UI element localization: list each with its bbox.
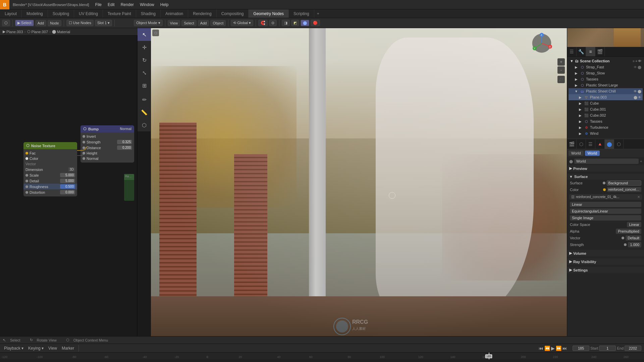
tab-scripting[interactable]: Scripting (289, 9, 314, 18)
tab-sculpting[interactable]: Sculpting (48, 9, 74, 18)
vector-value[interactable]: Default (626, 235, 641, 241)
sc-action-add[interactable]: + (635, 59, 637, 63)
tab-shading[interactable]: Shading (136, 9, 161, 18)
tab-texture-paint[interactable]: Texture Paint (103, 9, 136, 18)
menu-help[interactable]: Help (158, 1, 171, 8)
tool-scale[interactable]: ⤡ (138, 66, 151, 79)
tool-node-type[interactable]: ⬡ (2, 20, 10, 26)
sc-item-tassies[interactable]: ▶ ⬡ Tassies (569, 76, 643, 82)
single-image-dropdown[interactable]: Single Image (570, 215, 641, 221)
menu-render[interactable]: Render (118, 1, 137, 8)
sc-item-strap-fast[interactable]: ▶ ⬡ Strap_Fast 👁 ⬤ (569, 64, 643, 70)
volume-header[interactable]: ▶ Volume (567, 250, 644, 256)
noise-texture-node[interactable]: ⬡ Noise Texture Fac Color Vector Dimensi… (23, 142, 77, 196)
tool-cursor[interactable]: ↖ (138, 28, 151, 41)
breadcrumb-plane007[interactable]: ⬡ Plane.007 (27, 29, 48, 34)
tool-rendered-mode[interactable]: ⬤ (301, 20, 309, 26)
breadcrumb-plane003[interactable]: ▶ Plane.003 (3, 29, 23, 34)
tab-rendering[interactable]: Rendering (188, 9, 216, 18)
tool-measure[interactable]: 📏 (138, 106, 151, 119)
tool-eevee-mode[interactable]: 🔴 (311, 20, 320, 26)
noise-scale-value[interactable]: 5.000 (60, 173, 75, 177)
noise-roughness-value[interactable]: 0.500 (60, 184, 75, 189)
settings-header[interactable]: ▶ Settings (567, 267, 644, 273)
plane003-restrict1[interactable]: ⬤ (634, 96, 637, 99)
prop-view-layer-icon[interactable]: ☰ (586, 139, 595, 149)
surface-header[interactable]: ▼ Surface (567, 174, 644, 180)
sc-item-strap-slow[interactable]: ▶ ⬡ Strap_Slow (569, 70, 643, 76)
color-value[interactable]: reinforced_concrete_0... (607, 187, 642, 192)
sc-item-cube001[interactable]: ▶ ⬛ Cube.001 (569, 106, 643, 112)
noise-dim-select[interactable]: 3D (68, 167, 75, 172)
sc-item-wind[interactable]: ▶ ⚙ Wind (569, 130, 643, 136)
sc-item-cube002[interactable]: ▶ ⬛ Cube.002 (569, 112, 643, 118)
tool-rotate[interactable]: ↻ (138, 54, 151, 66)
tl-marker-btn[interactable]: Marker (60, 345, 75, 351)
tool-annotate[interactable]: ✏ (138, 93, 151, 106)
tool-snapping[interactable]: 🧲 (258, 20, 268, 26)
tab-compositing[interactable]: Compositing (217, 9, 249, 18)
tab-uv-editing[interactable]: UV Editing (74, 9, 103, 18)
tool-slot[interactable]: Slot 1 ▾ (95, 20, 112, 26)
zoom-out-btn[interactable]: - (557, 66, 565, 74)
tool-use-nodes[interactable]: ☐ Use Nodes (66, 20, 94, 26)
rp-tab-filter[interactable]: ≡ (586, 47, 595, 56)
plastic-chill-eye[interactable]: 👁 (634, 89, 637, 93)
menu-file[interactable]: File (93, 1, 104, 8)
prop-scene-icon[interactable]: 🔺 (595, 139, 605, 149)
jump-end-btn[interactable]: ⏭ (562, 346, 567, 351)
node-editor[interactable]: ⬡ Noise Texture Fac Color Vector Dimensi… (0, 28, 137, 344)
tool-proportional[interactable]: ⊙ (269, 20, 277, 26)
menu-edit[interactable]: Edit (105, 1, 117, 8)
tab-animation[interactable]: Animation (161, 9, 188, 18)
tool-vp-select[interactable]: Select (181, 20, 197, 26)
bump-node[interactable]: ⬡ Bump Normal Invert Strength 0.325 Dist… (80, 125, 134, 163)
play-btn[interactable]: ▶ (551, 346, 555, 351)
sc-action-filter[interactable]: ≡ (633, 59, 635, 63)
menu-window[interactable]: Window (137, 1, 157, 8)
scene-btn[interactable]: World (569, 150, 584, 156)
plane003-restrict2[interactable]: 👁 (638, 96, 641, 99)
breadcrumb-material[interactable]: ⬤ Material (52, 29, 70, 34)
tool-node-btn[interactable]: Node (48, 20, 61, 26)
tool-view[interactable]: View (168, 20, 180, 26)
camera-btn[interactable]: 🎥 (557, 76, 565, 83)
sc-item-plane003[interactable]: ▶ ▽ Plane.003 ⬤ 👁 (569, 94, 643, 100)
rp-tab-outliner[interactable]: ☰ (567, 47, 577, 56)
tool-transform-all[interactable]: ⊞ (138, 79, 151, 92)
step-fwd-btn[interactable]: ⏩ (556, 346, 561, 351)
step-back-btn[interactable]: ⏪ (544, 346, 550, 351)
viewport[interactable]: RRCG 人人素材 ⬡ Z X Y (151, 28, 567, 344)
prop-output-icon[interactable]: ⬡ (577, 139, 586, 149)
sc-item-turbulence[interactable]: ▶ ⚙ Turbulence (569, 124, 643, 130)
eye-icon[interactable]: 👁 (634, 65, 637, 69)
prop-world-icon[interactable]: ⬤ (605, 139, 614, 149)
bump-distance-value[interactable]: 0.200 (117, 145, 132, 150)
tool-material-mode[interactable]: ◩ (291, 20, 299, 26)
hide-icon[interactable]: ⬤ (638, 65, 641, 69)
tab-layout[interactable]: Layout (0, 9, 22, 18)
sc-item-cube[interactable]: ▶ ⬛ Cube (569, 100, 643, 106)
plastic-chill-restrict[interactable]: ⬤ (638, 89, 641, 93)
tool-add-obj[interactable]: ⬡ (138, 119, 151, 131)
preview-header[interactable]: ▶ Preview (567, 165, 644, 172)
tool-transform[interactable]: ⟲ Global ▾ (231, 20, 253, 26)
tool-add[interactable]: Add (35, 20, 47, 26)
noise-distortion-value[interactable]: 0.000 (60, 190, 75, 194)
ray-vis-header[interactable]: ▶ Ray Visibility (567, 258, 644, 265)
tool-select[interactable]: ▶ Select (15, 20, 34, 26)
navigation-gizmo[interactable]: Z X Y (530, 32, 553, 55)
overlay-toggle[interactable]: ⬡ (152, 29, 159, 36)
tool-vp-add[interactable]: Add (198, 20, 209, 26)
tl-view-btn[interactable]: View (47, 345, 58, 351)
current-frame-input[interactable] (573, 346, 589, 351)
jump-start-btn[interactable]: ⏮ (539, 346, 543, 351)
rp-tab-scene[interactable]: 🎬 (595, 47, 605, 56)
tl-keying-btn[interactable]: Keying ▾ (27, 345, 45, 351)
sc-item-plastic-large[interactable]: ▶ ⬡ Plastic Sheet Large (569, 82, 643, 88)
bump-strength-value[interactable]: 0.325 (117, 140, 132, 144)
world-actions[interactable]: + (640, 160, 642, 163)
tl-playback-btn[interactable]: Playback ▾ (3, 345, 25, 351)
sc-action-view[interactable]: 👁 (638, 59, 641, 63)
tool-move[interactable]: ✛ (138, 41, 151, 54)
